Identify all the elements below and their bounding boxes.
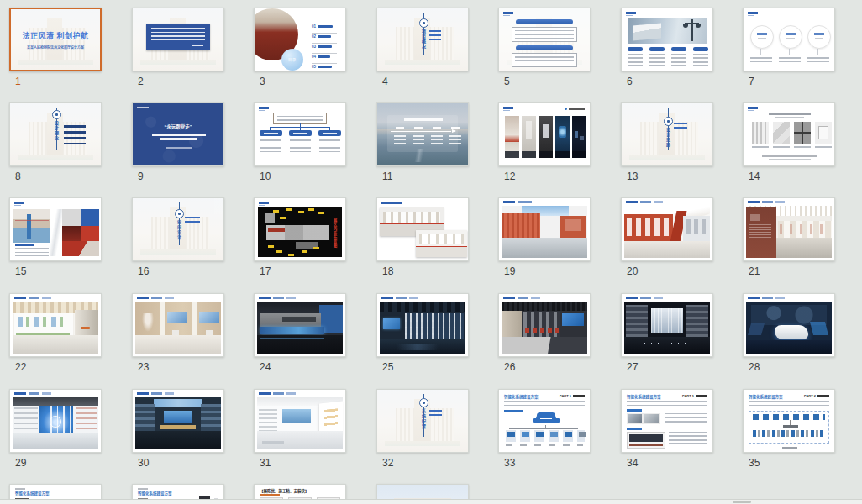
slide-16-canvas[interactable]: 空间设计 — [132, 197, 224, 261]
slide-6-canvas[interactable] — [621, 8, 713, 71]
slide-number: 27 — [627, 361, 715, 373]
section-title: 设计思路 — [665, 128, 671, 148]
slide-15-canvas[interactable] — [9, 197, 102, 261]
slide-31-canvas[interactable] — [254, 389, 346, 453]
slide-4-canvas[interactable]: 项目概况 — [376, 8, 469, 71]
slide-8-canvas[interactable]: 设计理念 — [9, 102, 102, 166]
slide-thumb-10[interactable]: 10 — [254, 102, 348, 182]
slide-number: 19 — [504, 265, 592, 277]
slide-thumb-3[interactable]: 目录 01 02 03 04 05 3 — [254, 8, 348, 87]
slide-thumb-4[interactable]: 项目概况 4 — [376, 8, 470, 87]
slide-thumb-15[interactable]: 15 — [9, 197, 103, 277]
slide-thumb-8[interactable]: 设计理念 8 — [9, 102, 103, 182]
scrollbar-thumb[interactable] — [733, 501, 751, 503]
slide-7-canvas[interactable] — [743, 8, 835, 71]
toc-circle: 目录 — [281, 49, 303, 71]
slide-thumb-30[interactable]: 30 — [132, 389, 226, 469]
slide-thumb-5[interactable]: 5 — [498, 8, 592, 87]
flow-box-3 — [318, 130, 341, 136]
slide-thumb-28[interactable]: 28 — [743, 293, 837, 373]
slide-18-canvas[interactable] — [376, 197, 469, 261]
slide-34-canvas[interactable]: 智能化系统建设方案 PART 1 — [621, 389, 713, 453]
slide-26-canvas[interactable] — [498, 293, 591, 357]
slide-25-canvas[interactable] — [376, 293, 469, 357]
slide-thumb-25[interactable]: 25 — [376, 293, 470, 373]
slide-33-canvas[interactable]: 智能化系统建设方案 PART 1 — [498, 389, 591, 453]
slide-thumb-16[interactable]: 空间设计 16 — [132, 197, 226, 277]
slide-header-tag — [748, 107, 765, 109]
slide-thumb-6[interactable]: 6 — [621, 8, 715, 87]
slide-header-tag — [14, 392, 51, 395]
slide-number: 2 — [138, 76, 226, 87]
slide-thumb-34[interactable]: 智能化系统建设方案 PART 1 34 — [621, 389, 715, 469]
slide-14-canvas[interactable] — [743, 102, 835, 166]
slide-thumb-7[interactable]: 7 — [743, 8, 837, 87]
slide-5-canvas[interactable] — [498, 8, 591, 71]
strip-4 — [555, 116, 570, 158]
slide-29-canvas[interactable] — [9, 389, 102, 453]
slide-thumb-22[interactable]: 22 — [9, 293, 103, 373]
section-sidenotes — [185, 217, 200, 224]
slide-22-canvas[interactable] — [9, 293, 102, 357]
slide-35-canvas[interactable]: 智能化系统建设方案 PART 2 — [743, 389, 835, 453]
slide-thumb-19[interactable]: 19 — [498, 197, 592, 277]
slide-thumb-24[interactable]: 24 — [254, 293, 348, 373]
photo-pair-1 — [627, 413, 660, 424]
section-badge-icon — [664, 117, 673, 126]
slide-number: 9 — [138, 171, 226, 182]
slide-21-canvas[interactable] — [743, 197, 835, 261]
section-sidenotes — [429, 410, 442, 417]
slide-thumb-32[interactable]: 系统配置 32 — [376, 389, 470, 469]
slide-20-canvas[interactable] — [621, 197, 713, 261]
slide-19-canvas[interactable] — [498, 197, 591, 261]
slide-32-canvas[interactable]: 系统配置 — [376, 389, 469, 453]
slide-13-canvas[interactable]: 设计思路 — [621, 102, 713, 166]
slide-thumb-1[interactable]: 法正风清 利剑护航 某某人民检察院法治文化展厅设计方案 1 — [9, 8, 103, 87]
slide-24-canvas[interactable] — [254, 293, 346, 357]
slide-23-canvas[interactable] — [132, 293, 224, 357]
floor-plan: 展区内容布置图 — [258, 207, 342, 257]
slide-thumb-23[interactable]: 23 — [132, 293, 226, 373]
slide-thumb-11[interactable]: 11 — [376, 102, 470, 182]
slide-28-canvas[interactable] — [743, 293, 835, 357]
slide-header-tag — [259, 297, 296, 299]
slide-10-canvas[interactable] — [254, 102, 346, 166]
slide-1-canvas[interactable]: 法正风清 利剑护航 某某人民检察院法治文化展厅设计方案 — [9, 8, 102, 71]
slide-header-tag — [503, 107, 520, 109]
slide-number: 30 — [138, 457, 226, 469]
slide-thumb-2[interactable]: 2 — [132, 8, 226, 87]
exhibit-render — [135, 397, 221, 449]
slide-thumb-21[interactable]: 21 — [743, 197, 837, 277]
slide-thumb-18[interactable]: 18 — [376, 197, 470, 277]
slide-header-tag — [748, 297, 785, 299]
exhibit-render — [257, 302, 343, 354]
slide-thumb-26[interactable]: 26 — [498, 293, 592, 373]
slide-thumb-31[interactable]: 31 — [254, 389, 348, 469]
slide-thumb-14[interactable]: 14 — [743, 102, 837, 182]
slide-thumb-35[interactable]: 智能化系统建设方案 PART 2 35 — [743, 389, 837, 469]
slide-thumb-17[interactable]: 展区内容布置图 17 — [254, 197, 348, 277]
slide-30-canvas[interactable] — [132, 389, 224, 453]
slide-thumb-20[interactable]: 20 — [621, 197, 715, 277]
slide-thumb-13[interactable]: 设计思路 13 — [621, 102, 715, 182]
quote-box — [146, 24, 210, 50]
slide-header-tag — [381, 297, 418, 299]
slide-12-canvas[interactable] — [498, 102, 591, 166]
slide-thumb-27[interactable]: 27 — [621, 293, 715, 373]
slide-thumb-33[interactable]: 智能化系统建设方案 PART 1 33 — [498, 389, 592, 469]
slide-2-canvas[interactable] — [132, 8, 224, 71]
horizontal-scrollbar[interactable] — [0, 499, 862, 504]
diagram-caption — [782, 447, 797, 449]
slide-17-canvas[interactable]: 展区内容布置图 — [254, 197, 346, 261]
slide-3-canvas[interactable]: 目录 01 02 03 04 05 — [254, 8, 346, 71]
slide-27-canvas[interactable] — [621, 293, 713, 357]
slide-thumb-9[interactable]: “永远跟党走” 9 — [132, 102, 226, 182]
slide-header-tag — [748, 201, 785, 203]
slide-thumb-12[interactable]: 12 — [498, 102, 592, 182]
slide-9-canvas[interactable]: “永远跟党走” — [132, 102, 224, 166]
slide-11-canvas[interactable] — [376, 102, 469, 166]
section-title: 空间设计 — [176, 220, 182, 240]
slide-header-tag — [381, 202, 402, 204]
part-label: PART 1 — [682, 394, 694, 398]
slide-thumb-29[interactable]: 29 — [9, 389, 103, 469]
